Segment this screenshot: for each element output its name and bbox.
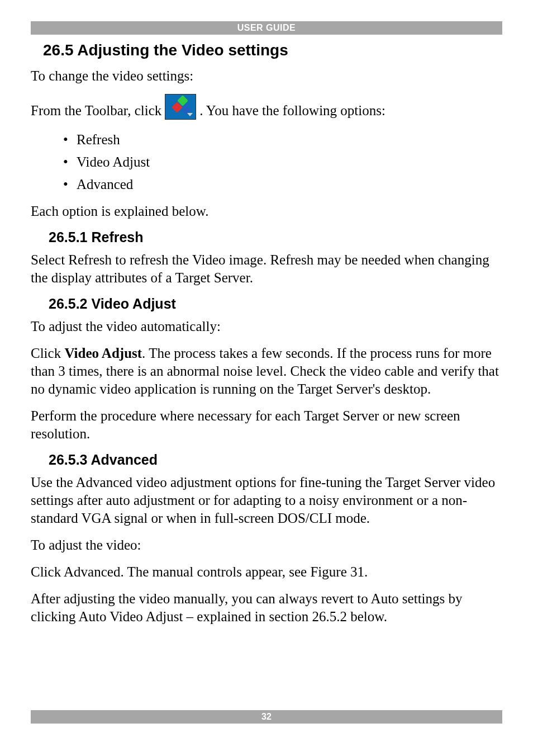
page-number: 32 bbox=[261, 712, 272, 721]
p1-bold: Video Adjust bbox=[64, 346, 142, 361]
toolbar-suffix: . You have the following options: bbox=[199, 102, 386, 120]
dropdown-arrow-icon bbox=[187, 113, 193, 116]
header-bar: USER GUIDE bbox=[31, 21, 502, 35]
advanced-heading: 26.5.3 Advanced bbox=[49, 452, 502, 468]
refresh-heading: 26.5.1 Refresh bbox=[49, 229, 502, 245]
toolbar-prefix: From the Toolbar, click bbox=[31, 102, 161, 120]
list-item: Refresh bbox=[31, 129, 502, 151]
video-adjust-p2: Perform the procedure where necessary fo… bbox=[31, 407, 502, 443]
video-adjust-intro: To adjust the video automatically: bbox=[31, 318, 502, 336]
advanced-p3: Click Advanced. The manual controls appe… bbox=[31, 563, 502, 581]
list-item: Advanced bbox=[31, 173, 502, 196]
toolbar-instruction: From the Toolbar, click . You have the f… bbox=[31, 94, 502, 120]
section-heading: 26.5 Adjusting the Video settings bbox=[43, 41, 502, 59]
footer-bar: 32 bbox=[31, 710, 502, 724]
video-adjust-heading: 26.5.2 Video Adjust bbox=[49, 296, 502, 312]
advanced-p2: To adjust the video: bbox=[31, 536, 502, 554]
header-title: USER GUIDE bbox=[237, 23, 296, 32]
p1-prefix: Click bbox=[31, 346, 64, 361]
page: USER GUIDE 26.5 Adjusting the Video sett… bbox=[0, 0, 533, 756]
video-settings-toolbar-icon bbox=[165, 94, 196, 120]
video-adjust-p1: Click Video Adjust. The process takes a … bbox=[31, 344, 502, 398]
intro-text: To change the video settings: bbox=[31, 67, 502, 85]
advanced-p4: After adjusting the video manually, you … bbox=[31, 590, 502, 626]
refresh-body: Select Refresh to refresh the Video imag… bbox=[31, 251, 502, 287]
list-item: Video Adjust bbox=[31, 151, 502, 173]
each-explained-text: Each option is explained below. bbox=[31, 202, 502, 220]
advanced-p1: Use the Advanced video adjustment option… bbox=[31, 474, 502, 527]
options-list: Refresh Video Adjust Advanced bbox=[31, 129, 502, 196]
